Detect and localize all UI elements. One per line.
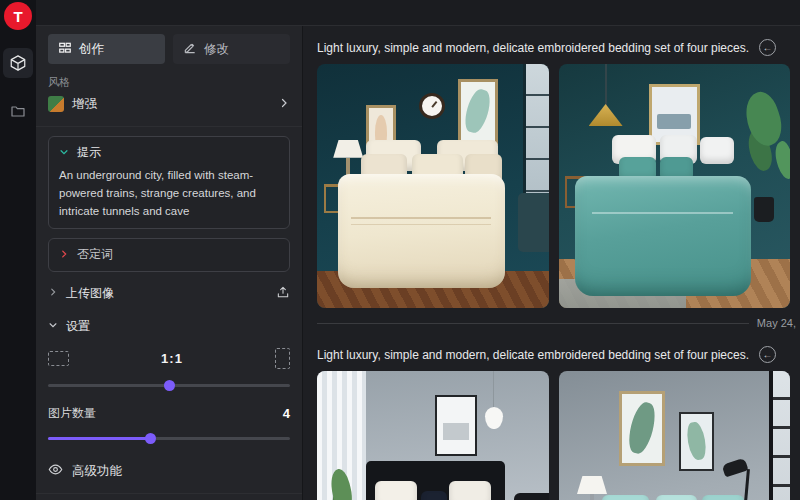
generation-prompt: Light luxury, simple and modern, delicat… [317,348,749,362]
image-row [317,371,790,500]
prompt-box: 提示 An underground city, filled with stea… [48,136,290,229]
panel-body: 创作 修改 风格 [36,26,302,482]
slider-thumb[interactable] [164,380,175,391]
reuse-prompt-icon[interactable]: ← [759,346,776,363]
upload-row[interactable]: 上传图像 [48,281,290,305]
pillow [700,137,735,164]
generation-group-header: Light luxury, simple and modern, delicat… [317,39,790,56]
tab-modify[interactable]: 修改 [173,34,290,64]
style-section-label: 风格 [48,75,290,90]
rail-item-models[interactable] [3,48,33,78]
right-column: 创作 修改 风格 [36,0,800,500]
generated-image-2[interactable] [559,64,791,308]
wall-art [619,391,665,467]
app-logo[interactable]: T [4,2,32,30]
wall-art [458,79,497,145]
tab-create[interactable]: 创作 [48,34,165,64]
chevron-right-icon [59,248,69,262]
window [769,371,790,500]
confirm-area: ☾ 确定 [36,493,302,500]
negative-label: 否定词 [77,246,113,263]
divider [36,126,302,127]
pillow [602,495,648,500]
chevron-right-icon [48,286,58,300]
top-bar [36,0,800,26]
floor-lamp [723,461,769,500]
image-count-slider[interactable] [48,432,290,444]
generation-prompt: Light luxury, simple and modern, delicat… [317,41,749,55]
pillow [375,481,417,500]
chevron-down-icon [48,319,58,333]
rail-item-files[interactable] [3,96,33,126]
tab-create-label: 创作 [79,41,104,58]
pendant-lamp [484,371,504,431]
aspect-ratio-row: 1:1 [48,348,290,369]
upload-label: 上传图像 [66,285,114,302]
gallery: Light luxury, simple and modern, delicat… [302,26,800,500]
chevron-right-icon [278,97,290,112]
reuse-prompt-icon[interactable]: ← [759,39,776,56]
aspect-ratio-slider[interactable] [48,379,290,391]
prompt-input[interactable]: An underground city, filled with steam-p… [59,167,279,220]
image-row [317,64,790,308]
plant-on-stool [326,469,361,500]
duvet [575,176,751,296]
negative-box: 否定词 [48,238,290,272]
pillow [421,491,446,500]
chevron-down-icon [59,146,69,160]
pillow [449,481,491,500]
wall-clock [419,93,445,119]
image-count-value: 4 [283,406,290,421]
advanced-features-label: 高级功能 [72,463,122,480]
cube-icon [9,54,27,72]
wall-art [679,412,714,471]
portrait-frame-icon[interactable] [275,348,290,369]
armchair [514,493,549,500]
generated-image-3[interactable] [317,371,549,500]
mode-tabs: 创作 修改 [48,34,290,64]
image-count-row: 图片数量 4 [48,405,290,422]
plant-pot [754,197,774,222]
settings-label: 设置 [66,318,90,335]
upload-icon[interactable] [276,285,290,302]
slider-fill [48,437,150,440]
negative-header[interactable]: 否定词 [59,246,279,263]
prompt-label: 提示 [77,144,101,161]
edit-icon [183,41,197,58]
date-divider: May 24, [317,313,796,333]
pillow [702,495,744,500]
style-selector[interactable]: 增强 [48,90,290,118]
image-count-label: 图片数量 [48,405,96,422]
eye-icon [48,462,63,480]
pendant-lamp [589,64,623,128]
divider-line [317,323,749,324]
landscape-frame-icon[interactable] [48,351,69,366]
pillow [656,495,698,500]
duvet [338,174,505,289]
generated-image-1[interactable] [317,64,549,308]
generated-image-4[interactable] [559,371,791,500]
aspect-ratio-value: 1:1 [69,351,275,366]
prompt-header[interactable]: 提示 [59,144,279,161]
app-window: T [0,0,800,500]
grid-icon [58,41,72,58]
generation-panel: 创作 修改 风格 [36,26,302,500]
style-thumbnail [48,96,64,112]
content-row: 创作 修改 风格 [36,26,800,500]
left-rail: T [0,0,36,500]
slider-thumb[interactable] [145,433,156,444]
tab-modify-label: 修改 [204,41,229,58]
generation-group-header: Light luxury, simple and modern, delicat… [317,346,790,363]
wall-art [435,395,477,456]
style-value: 增强 [72,96,97,113]
folder-icon [10,103,26,119]
advanced-features-row[interactable]: 高级功能 [48,460,290,482]
date-label: May 24, [749,317,796,329]
armchair [518,193,548,252]
settings-row[interactable]: 设置 [48,314,290,338]
